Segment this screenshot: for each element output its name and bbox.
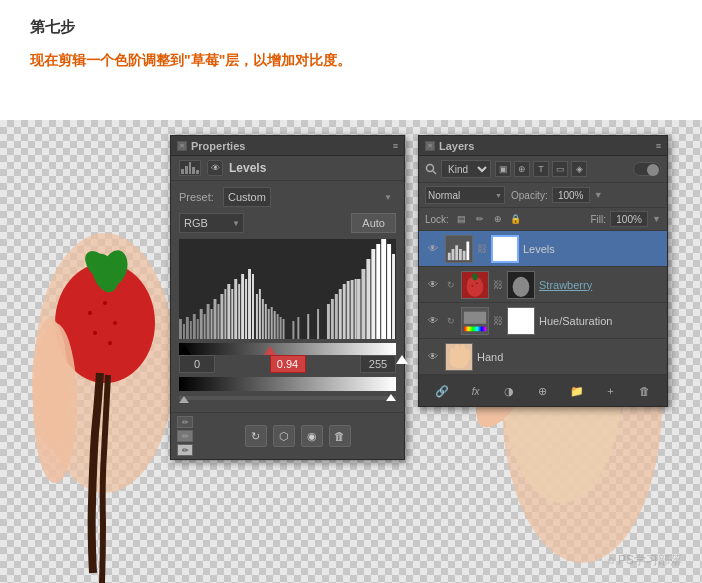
channel-row: RGB ▼ Auto xyxy=(179,213,396,233)
properties-menu-button[interactable]: ≡ xyxy=(393,141,398,151)
adjustment-layer-filter-btn[interactable]: ⊕ xyxy=(514,161,530,177)
strawberry-layer-thumbnail xyxy=(461,271,489,299)
delete-button[interactable]: 🗑 xyxy=(329,425,351,447)
svg-point-4 xyxy=(103,301,107,305)
output-right-handle[interactable] xyxy=(386,391,396,403)
svg-rect-63 xyxy=(317,309,319,339)
reset-button[interactable]: ↻ xyxy=(245,425,267,447)
hue-link-icon[interactable]: ↻ xyxy=(445,315,457,327)
svg-rect-70 xyxy=(351,280,354,339)
layer-row[interactable]: 👁 ↻ xyxy=(419,303,667,339)
fx-button[interactable]: fx xyxy=(466,381,486,401)
layers-close-button[interactable]: × xyxy=(425,141,435,151)
layer-row[interactable]: 👁 ↻ ⛓ xyxy=(419,267,667,303)
smartobject-filter-btn[interactable]: ◈ xyxy=(571,161,587,177)
opacity-input[interactable] xyxy=(552,187,590,203)
svg-rect-26 xyxy=(200,309,203,339)
opacity-row: Opacity: ▼ xyxy=(511,187,603,203)
svg-point-12 xyxy=(32,318,68,448)
new-layer-button[interactable]: + xyxy=(600,381,620,401)
auto-button[interactable]: Auto xyxy=(351,213,396,233)
svg-point-88 xyxy=(476,282,478,284)
mask-button[interactable]: ◑ xyxy=(499,381,519,401)
svg-point-86 xyxy=(472,272,478,279)
delete-layer-button[interactable]: 🗑 xyxy=(634,381,654,401)
gray-eyedropper-btn[interactable]: ✏ xyxy=(177,430,193,442)
properties-panel-header: × Properties ≡ xyxy=(171,136,404,156)
opacity-label: Opacity: xyxy=(511,190,548,201)
levels-title: Levels xyxy=(229,161,266,175)
lock-pixels-btn[interactable]: ▤ xyxy=(455,212,469,226)
svg-rect-27 xyxy=(204,314,206,339)
properties-panel: × Properties ≡ 👁 Levels Preset: xyxy=(170,135,405,460)
shape-layer-filter-btn[interactable]: ▭ xyxy=(552,161,568,177)
svg-point-96 xyxy=(450,347,456,362)
step-desc-highlight: "草莓"层 xyxy=(184,52,239,68)
svg-rect-21 xyxy=(183,324,185,339)
svg-rect-30 xyxy=(214,299,217,339)
layers-search-row: Kind ▣ ⊕ T ▭ ◈ xyxy=(419,156,667,183)
output-track xyxy=(179,396,396,400)
svg-rect-61 xyxy=(297,317,299,339)
layers-menu-button[interactable]: ≡ xyxy=(656,141,661,151)
left-triangle-handle[interactable] xyxy=(179,346,191,355)
group-button[interactable]: 📁 xyxy=(567,381,587,401)
blending-mode-wrapper: Normal ▼ xyxy=(425,186,505,204)
opacity-arrow-icon[interactable]: ▼ xyxy=(594,190,603,200)
content-area: × Properties ≡ 👁 Levels Preset: xyxy=(0,120,702,583)
channel-select[interactable]: RGB xyxy=(179,213,244,233)
hand-visibility-toggle[interactable]: 👁 xyxy=(425,349,441,365)
lock-all-btn[interactable]: 🔒 xyxy=(509,212,523,226)
svg-rect-37 xyxy=(238,284,240,339)
adjustment-button[interactable]: ⊕ xyxy=(533,381,553,401)
black-eyedropper-btn[interactable]: ✏ xyxy=(177,416,193,428)
svg-rect-69 xyxy=(347,281,350,339)
step-description: 现在剪辑一个色阶调整到"草莓"层，以增加对比度。 xyxy=(30,49,672,71)
properties-close-button[interactable]: × xyxy=(177,141,187,151)
levels-visibility-button[interactable]: 👁 xyxy=(207,160,223,176)
strawberry-mask-thumbnail xyxy=(507,271,535,299)
layer-row[interactable]: 👁 ⛓ Levels xyxy=(419,231,667,267)
link-layers-button[interactable]: 🔗 xyxy=(432,381,452,401)
svg-rect-68 xyxy=(343,284,346,339)
lock-position-btn[interactable]: ✏ xyxy=(473,212,487,226)
text-layer-filter-btn[interactable]: T xyxy=(533,161,549,177)
input-max-field[interactable] xyxy=(360,355,396,373)
layer-row[interactable]: 👁 Hand xyxy=(419,339,667,375)
mid-triangle-handle[interactable] xyxy=(264,346,276,355)
svg-line-75 xyxy=(433,171,436,174)
search-kind-select[interactable]: Kind xyxy=(441,160,491,178)
properties-bottom-tools: ↻ ⬡ ◉ 🗑 xyxy=(197,425,398,447)
preset-row: Preset: Custom ▼ xyxy=(179,187,396,207)
preset-select[interactable]: Custom xyxy=(223,187,271,207)
svg-point-87 xyxy=(471,285,473,287)
layers-header-left: × Layers xyxy=(425,140,474,152)
svg-rect-79 xyxy=(455,245,458,260)
svg-rect-52 xyxy=(262,299,264,339)
output-left-handle[interactable] xyxy=(179,396,189,403)
pixel-layer-filter-btn[interactable]: ▣ xyxy=(495,161,511,177)
layers-list: 👁 ⛓ Levels 👁 xyxy=(419,231,667,375)
hand-layer-name: Hand xyxy=(477,351,661,363)
input-mid-field[interactable] xyxy=(270,355,306,373)
svg-rect-42 xyxy=(357,279,361,339)
levels-visibility-toggle[interactable]: 👁 xyxy=(425,241,441,257)
hue-visibility-toggle[interactable]: 👁 xyxy=(425,313,441,329)
blending-mode-select[interactable]: Normal xyxy=(425,186,505,204)
view-button[interactable]: ◉ xyxy=(301,425,323,447)
svg-rect-49 xyxy=(392,254,395,339)
lock-artboards-btn[interactable]: ⊕ xyxy=(491,212,505,226)
svg-rect-25 xyxy=(197,319,199,339)
strawberry-visibility-toggle[interactable]: 👁 xyxy=(425,277,441,293)
blending-row: Normal ▼ Opacity: ▼ xyxy=(419,183,667,208)
input-min-field[interactable] xyxy=(179,355,215,373)
white-eyedropper-btn[interactable]: ✏ xyxy=(177,444,193,456)
fill-input[interactable] xyxy=(610,211,648,227)
svg-marker-73 xyxy=(386,394,396,401)
levels-bar-1 xyxy=(181,169,184,174)
strawberry-link-icon[interactable]: ↻ xyxy=(445,279,457,291)
clip-button[interactable]: ⬡ xyxy=(273,425,295,447)
levels-chain-icon: ⛓ xyxy=(477,243,487,254)
fill-arrow-icon[interactable]: ▼ xyxy=(652,214,661,224)
filter-toggle[interactable] xyxy=(633,162,661,176)
